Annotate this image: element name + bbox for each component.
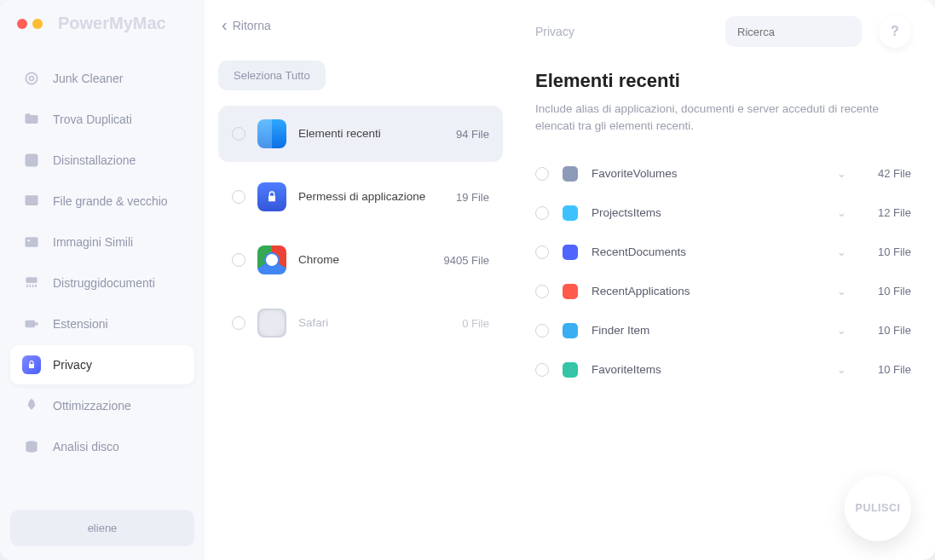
sidebar-item-label: Trova Duplicati	[53, 113, 132, 126]
sidebar: PowerMyMac Junk Cleaner Trova Duplicati …	[0, 0, 205, 560]
select-all-label: Seleziona Tutto	[234, 69, 310, 82]
svg-rect-5	[26, 237, 38, 247]
category-count: 9405 File	[444, 254, 489, 267]
item-count: 12 File	[860, 206, 911, 219]
svg-rect-4	[26, 195, 38, 198]
sidebar-item-extensions[interactable]: Estensioni	[10, 304, 194, 344]
sidebar-item-duplicates[interactable]: Trova Duplicati	[10, 100, 194, 139]
checkbox[interactable]	[535, 363, 549, 377]
safari-icon	[257, 309, 286, 338]
search-box[interactable]	[725, 16, 862, 47]
lock-icon	[22, 355, 41, 374]
help-icon: ?	[891, 24, 899, 39]
user-badge[interactable]: eliene	[10, 510, 194, 546]
item-icon	[563, 284, 578, 299]
item-count: 10 File	[860, 285, 911, 297]
item-name: ProjectsItems	[592, 206, 823, 219]
select-all-button[interactable]: Seleziona Tutto	[218, 61, 326, 90]
folder-icon	[22, 110, 41, 129]
checkbox[interactable]	[535, 167, 549, 181]
app-window: PowerMyMac Junk Cleaner Trova Duplicati …	[0, 0, 935, 560]
checkbox[interactable]	[535, 285, 549, 298]
svg-rect-2	[26, 154, 38, 167]
archive-icon	[22, 192, 41, 211]
item-icon	[563, 323, 578, 338]
sidebar-item-large-old[interactable]: File grande & vecchio	[10, 182, 194, 221]
detail-panel: Privacy ? Elementi recenti Include alias…	[511, 0, 935, 560]
help-button[interactable]: ?	[879, 15, 911, 48]
chevron-down-icon[interactable]: ⌄	[837, 285, 846, 297]
item-icon	[563, 245, 578, 260]
sidebar-item-disk[interactable]: Analisi disco	[10, 427, 194, 466]
clean-label: PULISCI	[856, 502, 901, 514]
svg-point-6	[27, 240, 30, 242]
item-icon	[563, 205, 578, 221]
image-icon	[22, 233, 41, 251]
checkbox[interactable]	[535, 245, 549, 259]
disk-icon	[22, 437, 41, 456]
item-name: RecentDocuments	[592, 245, 823, 258]
sidebar-item-junk-cleaner[interactable]: Junk Cleaner	[10, 59, 194, 98]
detail-row[interactable]: Finder Item⌄10 File	[535, 311, 911, 350]
category-label: Safari	[298, 315, 450, 331]
svg-rect-7	[26, 277, 37, 283]
minimize-icon[interactable]	[32, 19, 43, 29]
section-title: Elementi recenti	[535, 70, 911, 92]
checkbox[interactable]	[232, 316, 245, 330]
checkbox[interactable]	[232, 253, 245, 267]
extension-icon	[22, 315, 41, 333]
category-list: Elementi recenti 94 File Permessi di app…	[218, 106, 503, 351]
chevron-down-icon[interactable]: ⌄	[837, 363, 846, 376]
svg-rect-8	[26, 320, 36, 327]
category-count: 19 File	[456, 191, 489, 204]
detail-row[interactable]: RecentApplications⌄10 File	[535, 272, 911, 311]
sidebar-item-privacy[interactable]: Privacy	[10, 345, 194, 384]
page-title: Privacy	[535, 25, 708, 38]
category-count: 94 File	[456, 128, 489, 141]
category-safari[interactable]: Safari 0 File	[218, 295, 503, 351]
finder-icon	[257, 119, 286, 148]
category-app-permissions[interactable]: Permessi di applicazione 19 File	[218, 169, 503, 225]
category-count: 0 File	[462, 317, 489, 330]
header-row: Privacy ?	[535, 15, 911, 48]
checkbox[interactable]	[535, 206, 549, 220]
back-label: Ritorna	[233, 19, 271, 32]
checkbox[interactable]	[232, 190, 245, 204]
back-button[interactable]: Ritorna	[222, 15, 503, 35]
category-chrome[interactable]: Chrome 9405 File	[218, 232, 503, 288]
checkbox[interactable]	[232, 127, 245, 141]
category-recent-items[interactable]: Elementi recenti 94 File	[218, 106, 503, 162]
item-count: 10 File	[860, 324, 911, 337]
item-name: FavoriteItems	[592, 363, 823, 376]
detail-row[interactable]: RecentDocuments⌄10 File	[535, 233, 911, 272]
sidebar-item-optimization[interactable]: Ottimizzazione	[10, 386, 194, 425]
category-label: Elementi recenti	[298, 126, 444, 141]
chevron-down-icon[interactable]: ⌄	[837, 245, 846, 258]
sidebar-item-shredder[interactable]: Distruggidocumenti	[10, 263, 194, 303]
detail-row[interactable]: ProjectsItems⌄12 File	[535, 193, 911, 233]
chevron-down-icon[interactable]: ⌄	[837, 324, 846, 337]
user-name: eliene	[88, 522, 118, 534]
sidebar-item-label: Privacy	[53, 358, 92, 372]
sidebar-item-uninstall[interactable]: Disinstallazione	[10, 141, 194, 180]
app-store-icon	[22, 151, 41, 170]
item-count: 10 File	[860, 245, 911, 258]
detail-row[interactable]: FavoriteItems⌄10 File	[535, 350, 911, 390]
sidebar-item-label: Analisi disco	[53, 440, 119, 453]
detail-row[interactable]: FavoriteVolumes⌄42 File	[535, 154, 911, 193]
detail-list: FavoriteVolumes⌄42 FileProjectsItems⌄12 …	[535, 154, 911, 390]
sidebar-item-label: Estensioni	[53, 317, 108, 331]
sidebar-item-label: Ottimizzazione	[53, 399, 131, 413]
checkbox[interactable]	[535, 324, 549, 338]
clean-button[interactable]: PULISCI	[845, 475, 911, 541]
sidebar-item-label: Immagini Simili	[53, 235, 133, 249]
window-controls: PowerMyMac	[17, 14, 194, 33]
chevron-down-icon[interactable]: ⌄	[837, 167, 846, 180]
sidebar-item-similar-images[interactable]: Immagini Simili	[10, 222, 194, 262]
search-input[interactable]	[737, 26, 880, 38]
close-icon[interactable]	[17, 19, 27, 29]
chevron-down-icon[interactable]: ⌄	[837, 206, 846, 219]
sidebar-item-label: Distruggidocumenti	[53, 276, 155, 290]
category-label: Permessi di applicazione	[298, 189, 444, 205]
item-name: RecentApplications	[592, 285, 823, 297]
